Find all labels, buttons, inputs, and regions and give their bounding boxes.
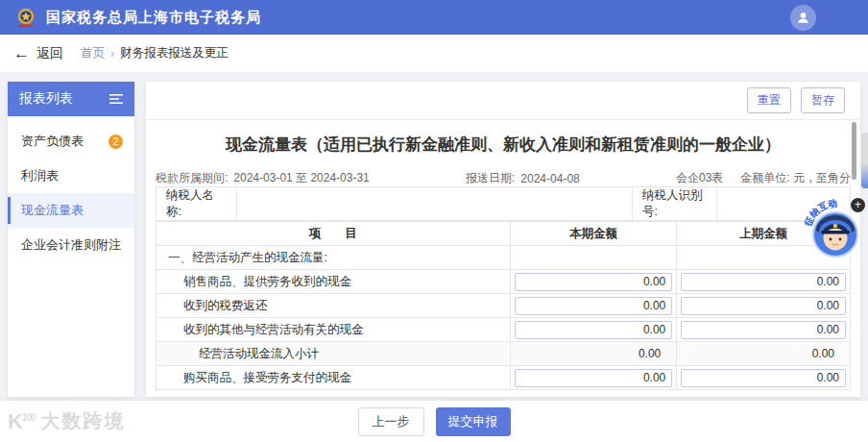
row-label: 收到的其他与经营活动有关的现金 [157,318,511,342]
row-label: 经营活动现金流入小计 [157,342,511,366]
breadcrumb-home-link[interactable]: 首页 [81,45,105,61]
submit-date-value: 2024-04-08 [520,172,579,185]
sidebar-item[interactable]: 资产负债表2 [8,124,134,159]
prior-amount-cell [677,294,851,318]
prior-amount-input[interactable] [681,297,846,315]
form-meta-row: 税款所属期间: 2024-03-01 至 2024-03-31 报送日期: 20… [156,170,851,186]
submit-date-label: 报送日期: [466,170,515,186]
current-amount-cell [510,246,677,270]
prior-amount-cell [677,366,851,390]
table-row: 一、经营活动产生的现金流量: [157,246,851,270]
sidebar-header: 报表列表 [8,82,134,116]
tax-assistant-mascot[interactable]: 征纳互动 征纳互动 [803,194,866,259]
row-label: 一、经营活动产生的现金流量: [157,246,511,270]
unit-value: 元，至角分 [793,171,851,184]
table-row: 收到的税费返还 [157,294,851,318]
row-label: 购买商品、接受劳务支付的现金 [157,366,511,390]
row-label: 收到的税费返还 [157,294,511,318]
sidebar-item-label: 企业会计准则附注 [21,236,121,254]
back-label: 返回 [36,45,63,62]
current-amount-cell [510,270,677,294]
prior-amount-cell: 0.00 [677,342,851,366]
main-panel: 重置 暂存 现金流量表（适用已执行新金融准则、新收入准则和新租赁准则的一般企业）… [146,82,860,397]
period-value: 2024-03-01 至 2024-03-31 [233,170,369,186]
current-amount-cell [510,318,677,342]
cash-flow-table: 项 目 本期金额 上期金额 一、经营活动产生的现金流量:销售商品、提供劳务收到的… [156,221,851,390]
prior-amount-text: 0.00 [681,347,846,360]
form-toolbar: 重置 暂存 [146,82,860,120]
taxpayer-info-table: 纳税人名称: 纳税人识别号: [156,186,851,221]
prior-amount-cell [677,318,851,342]
panel-scrollbar-thumb[interactable] [852,122,856,180]
sidebar-item[interactable]: 利润表 [8,159,134,193]
current-amount-input[interactable] [515,369,673,387]
prior-amount-input[interactable] [681,321,846,339]
breadcrumb-separator: › [110,47,114,61]
row-label: 销售商品、提供劳务收到的现金 [157,270,511,294]
table-row: 收到的其他与经营活动有关的现金 [157,318,851,342]
save-draft-button[interactable]: 暂存 [801,87,845,113]
breadcrumb-bar: ← 返回 首页 › 财务报表报送及更正 [0,35,868,72]
sidebar-title: 报表列表 [19,90,73,108]
top-bar: 国家税务总局上海市电子税务局 [0,0,868,35]
current-amount-input[interactable] [515,297,673,315]
current-amount-cell [510,294,677,318]
user-avatar[interactable] [790,5,816,31]
report-list-sidebar: 报表列表 资产负债表2利润表现金流量表企业会计准则附注 [8,82,134,397]
tax-bureau-emblem-icon [15,7,36,28]
breadcrumb: 首页 › 财务报表报送及更正 [81,45,229,61]
current-amount-input[interactable] [515,321,673,339]
back-arrow-icon: ← [13,45,30,61]
current-amount-cell: 0.00 [510,342,677,366]
prior-amount-input[interactable] [681,273,846,291]
bottom-action-bar: 上一步 提交申报 [0,401,868,442]
table-row: 经营活动现金流入小计0.000.00 [157,342,851,366]
person-icon [796,11,810,25]
taxpayer-name-value[interactable] [237,187,633,221]
current-amount-input[interactable] [515,273,673,291]
taxpayer-name-label: 纳税人名称: [157,187,237,221]
error-count-badge: 2 [108,135,123,149]
page: 国家税务总局上海市电子税务局 ← 返回 首页 › 财务报表报送及更正 报表列表 [0,0,868,442]
prior-amount-input[interactable] [681,369,846,387]
submit-declaration-button[interactable]: 提交申报 [436,407,511,436]
form-code: 会企03表 [676,170,723,186]
table-row: 购买商品、接受劳务支付的现金 [157,366,851,390]
breadcrumb-current: 财务报表报送及更正 [120,45,229,61]
app-title: 国家税务总局上海市电子税务局 [46,9,261,27]
form-title: 现金流量表（适用已执行新金融准则、新收入准则和新租赁准则的一般企业） [146,134,860,156]
current-amount-text: 0.00 [515,347,673,360]
col-header-current: 本期金额 [510,222,677,246]
sidebar-item[interactable]: 现金流量表 [8,193,134,228]
period-label: 税款所属期间: [156,170,228,186]
collapse-sidebar-icon[interactable] [109,94,123,104]
sidebar-item-label: 利润表 [21,167,59,184]
back-button[interactable]: ← 返回 [13,45,63,62]
sidebar-item-label: 资产负债表 [21,133,84,150]
unit-label: 金额单位: [740,171,789,184]
sidebar-item-label: 现金流量表 [21,202,84,219]
page-scrollbar-thumb[interactable] [861,133,868,188]
prior-amount-cell [677,270,851,294]
current-amount-cell [510,366,677,390]
previous-step-button[interactable]: 上一步 [358,407,424,436]
reset-button[interactable]: 重置 [747,87,791,113]
col-header-item: 项 目 [157,222,511,246]
sidebar-item[interactable]: 企业会计准则附注 [8,228,134,262]
taxpayer-id-label: 纳税人识别号: [633,187,717,221]
sidebar-list: 资产负债表2利润表现金流量表企业会计准则附注 [8,116,134,262]
table-row: 销售商品、提供劳务收到的现金 [157,270,851,294]
